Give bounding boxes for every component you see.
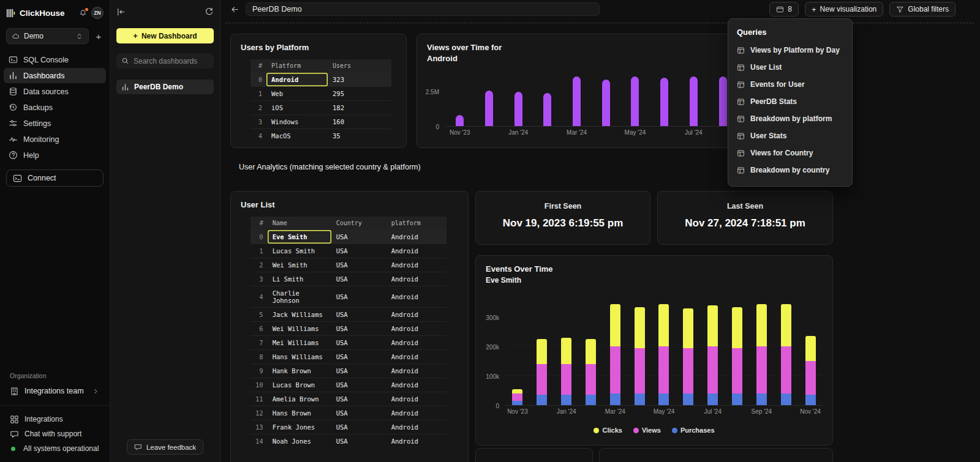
bar-segment-clicks[interactable] bbox=[512, 389, 522, 393]
notifications-button[interactable] bbox=[79, 9, 87, 17]
bar[interactable] bbox=[456, 115, 464, 126]
plot-area[interactable]: Nov '23Jan '24Mar '24May '24Jul '24Sep '… bbox=[505, 294, 823, 406]
chat-support-link[interactable]: Chat with support bbox=[4, 427, 106, 441]
bar[interactable] bbox=[573, 76, 581, 126]
bar[interactable] bbox=[690, 76, 698, 126]
bar-segment-clicks[interactable] bbox=[586, 339, 596, 364]
bar[interactable] bbox=[586, 294, 596, 405]
query-menu-item[interactable]: Views for Country bbox=[728, 144, 852, 162]
bar-segment-views[interactable] bbox=[561, 364, 571, 395]
table-row[interactable]: 2iOS182 bbox=[251, 101, 391, 115]
bar-segment-purchases[interactable] bbox=[561, 395, 571, 405]
bar-segment-views[interactable] bbox=[756, 346, 767, 393]
back-button[interactable] bbox=[230, 5, 239, 14]
search-input[interactable] bbox=[134, 57, 209, 65]
bar-segment-views[interactable] bbox=[707, 346, 718, 393]
bar[interactable] bbox=[512, 294, 522, 405]
bar[interactable] bbox=[537, 294, 547, 405]
query-menu-item[interactable]: Breakdown by country bbox=[728, 162, 852, 179]
table-row[interactable]: 6Wei WilliamsUSAAndroid bbox=[251, 322, 447, 336]
bar[interactable] bbox=[631, 76, 639, 126]
organization-team[interactable]: Integrations team bbox=[4, 383, 106, 399]
bar[interactable] bbox=[719, 76, 727, 126]
bar-segment-clicks[interactable] bbox=[610, 304, 620, 346]
sidebar-item-sql-console[interactable]: SQL Console bbox=[4, 52, 106, 67]
legend-item[interactable]: Clicks bbox=[594, 427, 622, 434]
add-service-button[interactable]: + bbox=[94, 32, 104, 41]
leave-feedback-button[interactable]: Leave feedback bbox=[127, 439, 203, 455]
query-menu-item[interactable]: PeerDB Stats bbox=[728, 93, 852, 110]
table-row[interactable]: 14Noah JonesUSAAndroid bbox=[251, 434, 447, 449]
collapse-panel-icon[interactable] bbox=[116, 7, 126, 17]
query-menu-item[interactable]: Events for User bbox=[728, 76, 852, 93]
bar-segment-views[interactable] bbox=[512, 393, 522, 401]
table-row[interactable]: 4MacOS35 bbox=[251, 129, 391, 143]
refresh-icon[interactable] bbox=[205, 7, 214, 17]
query-menu-item[interactable]: User List bbox=[728, 59, 852, 76]
system-status[interactable]: All systems operational bbox=[4, 441, 106, 456]
legend-item[interactable]: Purchases bbox=[672, 427, 715, 434]
legend-item[interactable]: Views bbox=[633, 427, 661, 434]
bar-segment-views[interactable] bbox=[781, 346, 791, 393]
bar-segment-views[interactable] bbox=[658, 346, 669, 393]
bar-segment-purchases[interactable] bbox=[610, 393, 620, 405]
bar-segment-purchases[interactable] bbox=[512, 401, 522, 405]
table-row[interactable]: 2Wei SmithUSAAndroid bbox=[251, 258, 447, 272]
bar-segment-clicks[interactable] bbox=[805, 336, 816, 361]
table-row[interactable]: 0Eve SmithUSAAndroid bbox=[251, 230, 447, 244]
bar[interactable] bbox=[781, 294, 791, 405]
connect-button[interactable]: Connect bbox=[6, 170, 104, 187]
sidebar-item-settings[interactable]: Settings bbox=[4, 116, 106, 131]
sidebar-item-data-sources[interactable]: Data sources bbox=[4, 84, 106, 99]
table-row[interactable]: 3Windows160 bbox=[251, 115, 391, 129]
bar[interactable] bbox=[514, 92, 522, 126]
bar-segment-views[interactable] bbox=[805, 361, 816, 395]
table-row[interactable]: 1Lucas SmithUSAAndroid bbox=[251, 244, 447, 258]
bar[interactable] bbox=[485, 91, 493, 127]
bar-segment-purchases[interactable] bbox=[707, 393, 718, 405]
table-row[interactable]: 1Web295 bbox=[251, 87, 391, 101]
avatar[interactable]: ZN bbox=[91, 7, 104, 19]
bar[interactable] bbox=[561, 294, 571, 405]
bar-segment-clicks[interactable] bbox=[537, 339, 547, 364]
bar-segment-purchases[interactable] bbox=[756, 393, 767, 405]
table-row[interactable]: 10Lucas BrownUSAAndroid bbox=[251, 378, 447, 392]
bar-segment-clicks[interactable] bbox=[683, 308, 693, 348]
bar-segment-clicks[interactable] bbox=[707, 305, 718, 346]
query-menu-item[interactable]: Views by Platform by Day bbox=[728, 42, 852, 59]
bar-segment-clicks[interactable] bbox=[781, 304, 791, 346]
bar[interactable] bbox=[635, 294, 645, 405]
bar-segment-clicks[interactable] bbox=[561, 338, 571, 364]
service-selector[interactable]: Demo bbox=[6, 28, 89, 44]
bar[interactable] bbox=[660, 78, 668, 126]
dashboard-list-item[interactable]: PeerDB Demo bbox=[116, 80, 214, 94]
bar-segment-views[interactable] bbox=[586, 364, 596, 395]
bar-segment-purchases[interactable] bbox=[683, 393, 693, 405]
sidebar-item-dashboards[interactable]: Dashboards bbox=[4, 68, 106, 83]
bar-segment-purchases[interactable] bbox=[781, 393, 791, 405]
bar-segment-purchases[interactable] bbox=[658, 393, 669, 405]
bar-segment-views[interactable] bbox=[610, 346, 620, 393]
table-row[interactable]: 9Hank BrownUSAAndroid bbox=[251, 364, 447, 378]
bar-segment-clicks[interactable] bbox=[732, 307, 742, 348]
bar[interactable] bbox=[683, 294, 693, 405]
queries-count-button[interactable]: 8 bbox=[769, 2, 799, 17]
dashboard-title-input[interactable] bbox=[246, 2, 600, 16]
table-row[interactable]: 0Android323 bbox=[251, 73, 391, 87]
bar-segment-purchases[interactable] bbox=[732, 393, 742, 405]
bar-segment-views[interactable] bbox=[683, 348, 693, 393]
bar-segment-views[interactable] bbox=[635, 348, 645, 393]
bar-segment-clicks[interactable] bbox=[658, 304, 669, 346]
bar[interactable] bbox=[543, 93, 551, 126]
bar[interactable] bbox=[610, 294, 620, 405]
bar[interactable] bbox=[707, 294, 718, 405]
bar[interactable] bbox=[732, 294, 742, 405]
bar-segment-purchases[interactable] bbox=[805, 395, 816, 405]
table-row[interactable]: 4Charlie JohnsonUSAAndroid bbox=[251, 286, 447, 308]
sidebar-item-help[interactable]: Help bbox=[4, 147, 106, 163]
table-row[interactable]: 11Amelia BrownUSAAndroid bbox=[251, 392, 447, 406]
table-row[interactable]: 5Jack WilliamsUSAAndroid bbox=[251, 308, 447, 322]
bar-segment-purchases[interactable] bbox=[586, 395, 596, 405]
table-row[interactable]: 3Li SmithUSAAndroid bbox=[251, 272, 447, 286]
new-visualization-button[interactable]: + New visualization bbox=[805, 2, 883, 17]
